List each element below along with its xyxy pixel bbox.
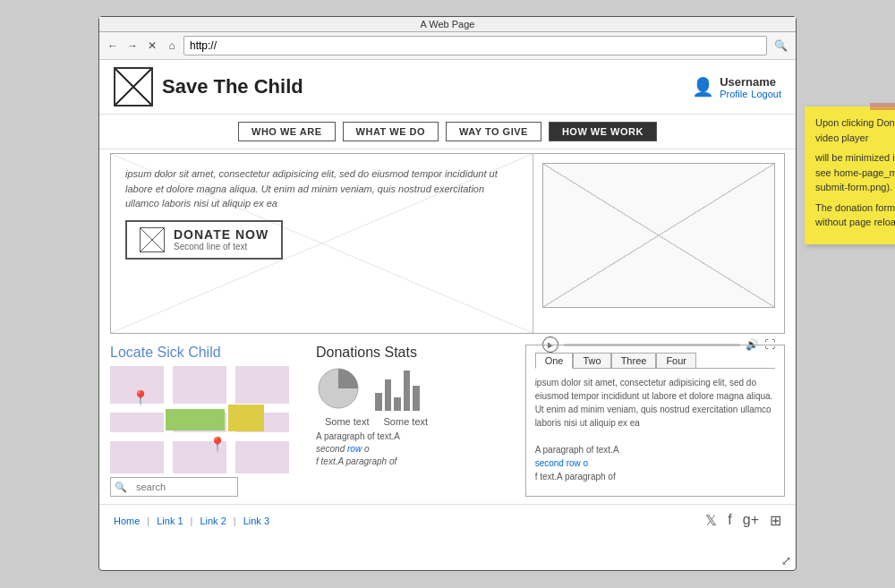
- donate-title: DONATE NOW: [174, 227, 268, 242]
- tab-one[interactable]: One: [535, 353, 574, 369]
- google-plus-icon[interactable]: g+: [743, 512, 759, 529]
- donate-icon: [140, 227, 165, 252]
- user-info: Username Profile Logout: [720, 75, 781, 99]
- bar-5: [413, 386, 420, 411]
- map-pin-2: 📍: [209, 436, 226, 453]
- tab-content: ipsum dolor sit amet, consectetur adipis…: [535, 376, 775, 483]
- site-footer: Home | Link 1 | Link 2 | Link 3 𝕏 f g+ ⊞: [99, 504, 796, 533]
- locate-title: Locate Sick Child: [110, 345, 307, 361]
- site-title: Save The Child: [162, 75, 303, 98]
- nav-what-we-do[interactable]: WHAT WE DO: [343, 122, 439, 141]
- map-pin-1: 📍: [132, 389, 149, 406]
- resize-handle[interactable]: ⤡: [780, 556, 794, 567]
- sticky-text-3: The donation form will appear without pa…: [815, 200, 895, 230]
- profile-link[interactable]: Profile: [720, 89, 747, 99]
- search-bar-area: 🔍: [110, 477, 307, 497]
- map-area: 📍 📍: [110, 366, 289, 473]
- bar-4: [404, 371, 411, 411]
- bar-chart: [375, 366, 420, 411]
- forward-button[interactable]: →: [124, 38, 141, 54]
- logout-link[interactable]: Logout: [751, 89, 781, 99]
- donate-button[interactable]: DONATE NOW Second line of text: [125, 220, 283, 260]
- close-button[interactable]: ✕: [144, 38, 160, 54]
- locate-section: Locate Sick Child 📍 📍: [110, 337, 307, 504]
- video-player: [542, 163, 775, 308]
- site-nav: WHO WE ARE WHAT WE DO WAY TO GIVE HOW WE…: [99, 115, 796, 149]
- donations-title: Donations Stats: [316, 345, 516, 361]
- tab-body-text: ipsum dolor sit amet, consectetur adipis…: [535, 376, 775, 430]
- browser-title: A Web Page: [421, 19, 475, 30]
- tab-two[interactable]: Two: [573, 353, 610, 368]
- page-content: Save The Child 👤 Username Profile Logout…: [99, 60, 796, 533]
- hero-body-text: ipsum dolor sit amet, consectetur adipis…: [125, 166, 518, 211]
- hero-section: ipsum dolor sit amet, consectetur adipis…: [110, 153, 785, 334]
- footer-link3[interactable]: Link 3: [243, 516, 269, 526]
- search-icon: 🔍: [110, 477, 131, 497]
- user-links: Profile Logout: [720, 89, 781, 99]
- user-name: Username: [720, 75, 781, 89]
- nav-who-we-are[interactable]: WHO WE ARE: [238, 122, 336, 141]
- donate-text: DONATE NOW Second line of text: [174, 227, 268, 251]
- stat-label-1: Some text: [325, 416, 370, 427]
- footer-link2[interactable]: Link 2: [200, 516, 226, 526]
- map-yellow-area: [228, 405, 264, 431]
- search-input[interactable]: [131, 477, 238, 497]
- donations-text: A paragraph of text.Asecond row of text.…: [316, 430, 516, 468]
- logo-icon: [114, 67, 153, 107]
- pie-bar-area: [316, 366, 516, 411]
- tab-three[interactable]: Three: [611, 353, 657, 368]
- bar-2: [385, 379, 392, 411]
- footer-home[interactable]: Home: [114, 516, 140, 526]
- back-button[interactable]: ←: [105, 38, 121, 54]
- tab-row-link[interactable]: second row o: [535, 458, 588, 468]
- facebook-icon[interactable]: f: [728, 512, 731, 529]
- tabs-section: One Two Three Four ipsum dolor sit amet,…: [525, 345, 785, 497]
- search-button[interactable]: 🔍: [771, 36, 790, 55]
- map-grid: 📍 📍: [110, 366, 289, 473]
- browser-toolbar: ← → ✕ ⌂ 🔍: [99, 32, 796, 60]
- donate-sub: Second line of text: [174, 242, 268, 251]
- user-icon: 👤: [692, 76, 714, 98]
- road-h2: [110, 432, 289, 441]
- tabs-row: One Two Three Four: [535, 353, 775, 369]
- rss-icon[interactable]: ⊞: [770, 512, 781, 529]
- sticky-tape: [870, 103, 896, 110]
- footer-link1[interactable]: Link 1: [157, 516, 183, 526]
- browser-window: A Web Page ← → ✕ ⌂ 🔍 Save The Child 👤: [98, 16, 797, 571]
- row-link-1[interactable]: row: [347, 444, 362, 454]
- footer-links: Home | Link 1 | Link 2 | Link 3: [114, 516, 269, 526]
- sticky-note: Upon clicking Donate Now, the video play…: [805, 107, 895, 244]
- stat-labels: Some text Some text: [325, 416, 516, 427]
- social-icons: 𝕏 f g+ ⊞: [705, 512, 781, 529]
- browser-titlebar: A Web Page: [99, 17, 796, 32]
- nav-way-to-give[interactable]: WAY TO GIVE: [446, 122, 541, 141]
- nav-how-we-work[interactable]: HOW WE WORK: [549, 122, 657, 141]
- url-input[interactable]: [183, 36, 767, 55]
- home-button[interactable]: ⌂: [164, 38, 180, 54]
- pie-chart: [316, 366, 361, 411]
- logo-area: Save The Child: [114, 67, 303, 107]
- sticky-text-1: Upon clicking Donate Now, the video play…: [815, 115, 895, 145]
- site-header: Save The Child 👤 Username Profile Logout: [99, 60, 796, 115]
- map-green-area: [166, 409, 225, 430]
- tab-four[interactable]: Four: [656, 353, 696, 368]
- user-area: 👤 Username Profile Logout: [692, 75, 781, 99]
- stat-label-2: Some text: [384, 416, 429, 427]
- bar-1: [375, 393, 382, 411]
- bottom-sections: Locate Sick Child 📍 📍: [110, 337, 785, 504]
- bar-3: [394, 397, 401, 411]
- sticky-text-2: will be minimized into an icon ( see hom…: [815, 150, 895, 195]
- twitter-icon[interactable]: 𝕏: [705, 512, 717, 529]
- donations-section: Donations Stats: [307, 337, 525, 504]
